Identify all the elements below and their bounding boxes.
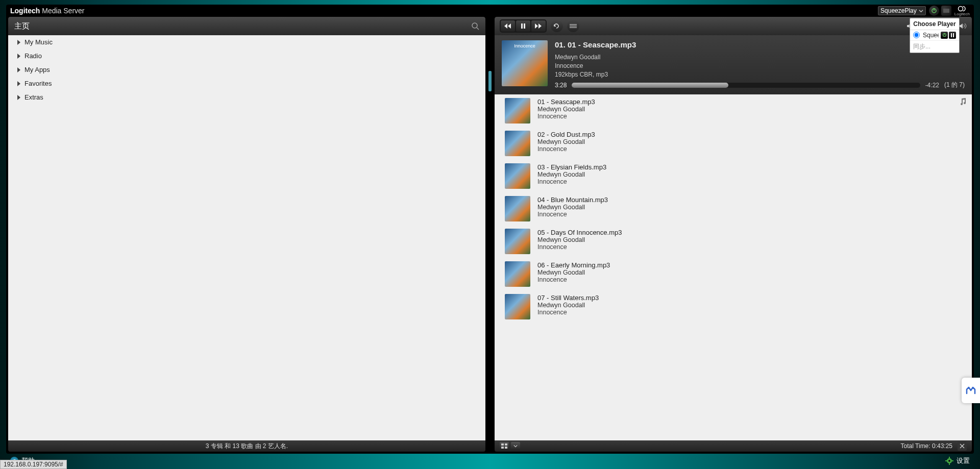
dim-button[interactable] — [941, 6, 951, 16]
view-mode-button[interactable] — [500, 442, 509, 450]
playlist-item-info: 07 - Still Waters.mp3Medwyn GoodallInnoc… — [537, 294, 599, 316]
panels: 主页 My MusicRadioMy AppsFavoritesExtras 3… — [6, 17, 974, 454]
browse-item[interactable]: Favorites — [8, 77, 485, 90]
pause-icon — [521, 23, 526, 29]
browse-item-label: Extras — [24, 93, 43, 101]
playlist-item-info: 02 - Gold Dust.mp3Medwyn GoodallInnocenc… — [537, 131, 595, 153]
playlist-item-album: Innocence — [537, 243, 622, 251]
view-dropdown-button[interactable] — [511, 442, 520, 450]
player-popup-radio[interactable] — [913, 32, 920, 38]
playlist-item-info: 06 - Eaerly Morning.mp3Medwyn GoodallInn… — [537, 261, 610, 283]
queue-position: (1 的 7) — [944, 81, 965, 89]
power-button[interactable] — [929, 6, 939, 16]
playlist-item-artist: Medwyn Goodall — [537, 204, 608, 211]
player-popup-mini-pause[interactable] — [949, 32, 956, 39]
settings-link[interactable]: 设置 — [945, 456, 970, 465]
clear-playlist-button[interactable] — [958, 441, 967, 451]
music-note-icon — [959, 97, 967, 106]
power-icon — [931, 8, 937, 14]
elapsed-time: 3:28 — [555, 82, 567, 89]
shuffle-button[interactable] — [567, 20, 579, 32]
power-controls — [929, 6, 951, 16]
playlist-item-album: Innocence — [537, 309, 599, 316]
player-selector-label: SqueezePlay — [880, 7, 917, 14]
now-playing-cover[interactable]: Innocence — [502, 40, 548, 86]
right-panel: Innocence 01. 01 - Seascape.mp3 Medwyn G… — [495, 17, 972, 452]
svg-rect-10 — [521, 23, 523, 29]
player-popup: Choose Player SqueezePlay 同步... — [910, 18, 960, 53]
playlist-music-icon[interactable] — [959, 97, 967, 106]
playlist-item[interactable]: 02 - Gold Dust.mp3Medwyn GoodallInnocenc… — [495, 127, 972, 160]
browse-item-label: Favorites — [24, 80, 52, 87]
vol-up-button[interactable] — [959, 23, 967, 29]
player-popup-mini-power[interactable] — [941, 32, 948, 39]
playlist-item[interactable]: 04 - Blue Mountain.mp3Medwyn GoodallInno… — [495, 192, 972, 225]
status-url: 192.168.0.197:9095/# — [0, 460, 67, 469]
svg-point-8 — [472, 23, 477, 28]
playlist: 01 - Seascape.mp3Medwyn GoodallInnocence… — [495, 94, 972, 440]
playlist-item[interactable]: 07 - Still Waters.mp3Medwyn GoodallInnoc… — [495, 290, 972, 323]
settings-label: 设置 — [957, 456, 970, 465]
playlist-item-artist: Medwyn Goodall — [537, 138, 595, 145]
browse-item[interactable]: Extras — [8, 90, 485, 104]
panel-divider[interactable] — [488, 17, 492, 452]
playlist-item-album: Innocence — [537, 276, 610, 283]
svg-point-3 — [958, 6, 963, 11]
now-playing-album: Innocence — [555, 62, 965, 70]
caret-icon — [17, 81, 20, 86]
repeat-button[interactable] — [551, 20, 563, 32]
breadcrumb-label: 主页 — [14, 21, 30, 31]
svg-rect-18 — [505, 447, 507, 449]
player-popup-sync[interactable]: 同步... — [910, 40, 959, 53]
prev-button[interactable] — [501, 20, 515, 32]
playlist-item-title: 03 - Elysian Fields.mp3 — [537, 163, 606, 171]
playlist-item-info: 04 - Blue Mountain.mp3Medwyn GoodallInno… — [537, 196, 608, 218]
caret-icon — [17, 95, 20, 100]
playlist-item-title: 07 - Still Waters.mp3 — [537, 294, 599, 302]
side-handle[interactable] — [962, 378, 980, 403]
svg-rect-17 — [501, 447, 504, 449]
playlist-item[interactable]: 06 - Eaerly Morning.mp3Medwyn GoodallInn… — [495, 258, 972, 290]
total-time-text: Total Time: 0:43:25 — [901, 442, 952, 450]
search-icon — [471, 22, 479, 30]
progress-fill — [572, 83, 728, 88]
playlist-item-info: 01 - Seascape.mp3Medwyn GoodallInnocence — [537, 98, 595, 120]
shuffle-icon — [570, 23, 577, 29]
next-icon — [535, 23, 542, 29]
prev-icon — [504, 23, 511, 29]
search-button[interactable] — [471, 22, 479, 30]
playlist-item[interactable]: 05 - Days Of Innocence.mp3Medwyn Goodall… — [495, 225, 972, 258]
player-controls — [495, 17, 972, 35]
browse-item[interactable]: My Music — [8, 35, 485, 49]
browse-item[interactable]: Radio — [8, 49, 485, 63]
caret-icon — [17, 54, 20, 59]
playlist-item-cover — [505, 196, 530, 221]
playlist-item-album: Innocence — [537, 113, 595, 120]
playlist-item-cover — [505, 261, 530, 287]
next-button[interactable] — [531, 20, 546, 32]
playlist-item-cover — [505, 131, 530, 156]
caret-icon — [17, 67, 20, 72]
playlist-item-info: 05 - Days Of Innocence.mp3Medwyn Goodall… — [537, 229, 622, 251]
playlist-item[interactable]: 01 - Seascape.mp3Medwyn GoodallInnocence — [495, 94, 972, 127]
grid-icon — [501, 443, 507, 449]
side-handle-icon — [965, 385, 977, 396]
left-status-bar: 3 专辑 和 13 歌曲 由 2 艺人名. — [8, 440, 485, 452]
svg-rect-6 — [951, 33, 952, 37]
top-right-controls: SqueezePlay Logitech Choose Player — [878, 6, 970, 16]
player-popup-row[interactable]: SqueezePlay — [910, 30, 959, 40]
pause-button[interactable] — [516, 20, 530, 32]
playlist-item[interactable]: 03 - Elysian Fields.mp3Medwyn GoodallInn… — [495, 160, 972, 192]
player-selector[interactable]: SqueezePlay — [878, 6, 926, 15]
browse-item[interactable]: My Apps — [8, 63, 485, 77]
divider-grip[interactable] — [488, 71, 492, 91]
progress-bar[interactable] — [572, 83, 920, 88]
playlist-item-title: 02 - Gold Dust.mp3 — [537, 131, 595, 138]
playlist-item-cover — [505, 98, 530, 124]
playlist-item-artist: Medwyn Goodall — [537, 106, 595, 113]
browse-item-label: Radio — [24, 52, 42, 60]
playlist-item-artist: Medwyn Goodall — [537, 269, 610, 276]
logitech-logo: Logitech — [954, 6, 970, 16]
caret-icon — [17, 40, 20, 45]
svg-rect-7 — [953, 33, 954, 37]
